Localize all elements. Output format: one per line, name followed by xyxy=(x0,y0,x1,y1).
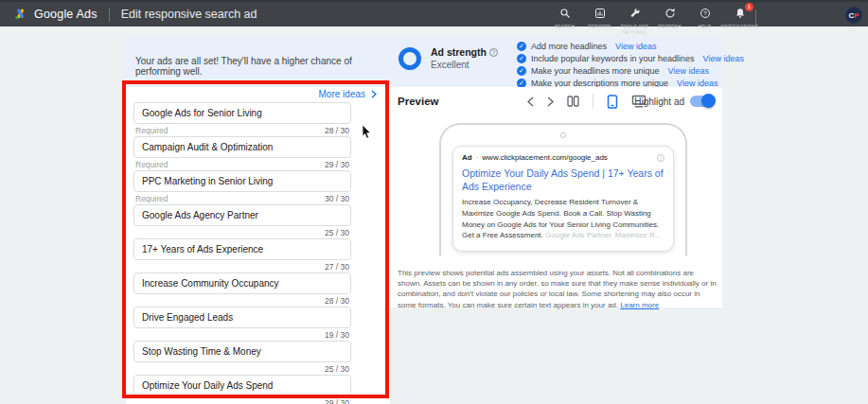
headline-field-row: 29 / 30 xyxy=(133,375,351,404)
checkmark-icon: ✓ xyxy=(517,66,526,76)
headline-input[interactable] xyxy=(133,307,351,328)
suggestion-text: Make your descriptions more unique xyxy=(531,79,668,88)
phone-camera-icon xyxy=(560,132,566,138)
suggestion-text: Include popular keywords in your headlin… xyxy=(531,54,695,63)
field-helper-text: Required xyxy=(135,160,168,169)
ad-display-url: www.clickplacement.com/google_ads xyxy=(482,153,608,162)
headline-field-row: Required 28 / 30 xyxy=(133,102,351,136)
topbar-nav-label: Tools and Settings xyxy=(617,25,652,36)
headline-fields-list: Required 28 / 30 Required 29 / 30 Requir… xyxy=(133,102,351,404)
preview-disclaimer: This preview shows potential ads assembl… xyxy=(398,268,717,310)
more-ideas-label: More ideas xyxy=(319,89,365,99)
mobile-preview-button[interactable] xyxy=(607,95,618,109)
topbar-nav: Search Reports Tools and Settings Refres… xyxy=(547,2,757,28)
view-ideas-link[interactable]: View ideas xyxy=(677,79,717,88)
suggestion-text: Make your headlines more unique xyxy=(531,66,660,76)
chevron-right-icon xyxy=(371,90,377,98)
field-helper-text: Required xyxy=(135,194,168,203)
suggestion-row: ✓ Include popular keywords in your headl… xyxy=(517,52,744,64)
topbar-divider xyxy=(109,8,110,22)
info-icon[interactable]: i xyxy=(657,154,664,162)
ads-all-set-message: Your ads are all set! They'll have a hig… xyxy=(135,56,391,77)
view-ideas-link[interactable]: View ideas xyxy=(615,42,656,51)
phone-mockup: Ad · www.clickplacement.com/google_ads i… xyxy=(439,123,687,255)
ad-strength-label: Ad strength xyxy=(431,46,487,58)
search-icon xyxy=(559,6,571,23)
help-circle-icon[interactable]: ? xyxy=(489,48,498,57)
previous-ad-button[interactable] xyxy=(527,97,534,107)
headline-input[interactable] xyxy=(133,170,351,192)
character-counter: 19 / 30 xyxy=(325,330,349,340)
disclaimer-text: This preview shows potential ads assembl… xyxy=(398,269,717,309)
headline-input[interactable] xyxy=(133,272,351,294)
headline-input[interactable] xyxy=(133,238,351,260)
topbar-nav-label: Reports xyxy=(588,25,611,30)
headline-field-row: 25 / 30 xyxy=(133,204,351,238)
topbar-nav-item[interactable]: Search xyxy=(547,2,582,30)
character-counter: 25 / 30 xyxy=(325,228,349,237)
page-title: Edit responsive search ad xyxy=(121,8,257,21)
ad-strength-banner: Your ads are all set! They'll have a hig… xyxy=(126,36,722,87)
headline-input[interactable] xyxy=(133,341,351,362)
topbar-nav-item[interactable]: Refresh xyxy=(652,2,687,30)
notifications-icon xyxy=(735,6,746,23)
ad-strength-ring-icon xyxy=(399,47,421,70)
highlight-ad-label: Highlight ad xyxy=(634,97,684,107)
topbar-nav-label: Notifications xyxy=(721,25,759,30)
headline-field-row: 19 / 30 xyxy=(133,307,351,341)
view-ideas-link[interactable]: View ideas xyxy=(703,54,744,63)
ad-strength-indicator: Ad strength ? Excellent xyxy=(399,46,498,70)
character-counter: 25 / 30 xyxy=(325,364,349,374)
headline-editor-panel: More ideas Required 28 / 30 Required 29 … xyxy=(126,87,390,404)
topbar-nav-item[interactable]: Reports xyxy=(582,2,617,30)
next-ad-button[interactable] xyxy=(547,97,554,107)
google-ads-brand: Google Ads xyxy=(0,8,97,21)
topbar-nav-item[interactable]: ? Help xyxy=(687,2,722,30)
avatar[interactable]: CP xyxy=(845,7,862,24)
headline-field-row: 25 / 30 xyxy=(133,341,351,375)
headline-field-row: Required 29 / 30 xyxy=(133,136,351,170)
headline-field-row: Required 30 / 30 xyxy=(133,170,351,204)
help-icon: ? xyxy=(700,6,711,23)
headline-field-row: 28 / 30 xyxy=(133,272,351,307)
ad-description-truncated: Google Ads Partner. Maximize R... xyxy=(545,231,661,239)
ad-strength-value: Excellent xyxy=(431,60,498,70)
avatar-initial-2: P xyxy=(854,11,859,20)
view-ideas-link[interactable]: View ideas xyxy=(668,66,709,76)
checkmark-icon: ✓ xyxy=(517,79,526,88)
suggestions-list: ✓ Add more headlines View ideas ✓ Includ… xyxy=(517,40,744,89)
reports-icon xyxy=(594,6,606,23)
character-counter: 29 / 30 xyxy=(325,160,349,169)
topbar-separator xyxy=(755,9,756,25)
headline-input[interactable] xyxy=(133,204,351,226)
more-ideas-link[interactable]: More ideas xyxy=(319,89,377,99)
character-counter: 27 / 30 xyxy=(325,262,349,272)
ad-separator: · xyxy=(476,153,479,162)
tools-icon xyxy=(629,6,641,23)
google-ads-logo-icon xyxy=(13,8,27,21)
preview-panel: Preview Highlight ad xyxy=(390,87,722,307)
headline-input[interactable] xyxy=(133,375,351,396)
ad-description: Increase Occupancy, Decrease Resident Tu… xyxy=(462,197,664,240)
ad-headline[interactable]: Optimize Your Daily Ads Spend | 17+ Year… xyxy=(462,167,664,193)
headline-input[interactable] xyxy=(133,136,351,158)
learn-more-link[interactable]: Learn more xyxy=(620,301,659,309)
notification-badge: 1 xyxy=(745,3,753,11)
checkmark-icon: ✓ xyxy=(517,54,526,63)
suggestion-row: ✓ Add more headlines View ideas xyxy=(517,40,744,52)
character-counter: 28 / 30 xyxy=(325,296,349,306)
topbar-nav-label: Help xyxy=(699,25,711,30)
character-counter: 30 / 30 xyxy=(325,194,349,203)
ad-badge: Ad xyxy=(462,153,472,162)
topbar-nav-label: Search xyxy=(555,25,575,30)
grid-view-icon[interactable] xyxy=(567,96,579,107)
field-helper-text: Required xyxy=(135,126,168,135)
character-counter: 29 / 30 xyxy=(325,398,349,404)
topbar-nav-label: Refresh xyxy=(658,25,681,30)
topbar-nav-item[interactable]: Tools and Settings xyxy=(617,2,652,36)
headline-input[interactable] xyxy=(133,102,351,124)
controls-divider xyxy=(593,94,593,109)
highlight-ad-toggle[interactable] xyxy=(690,96,715,107)
topbar: Google Ads Edit responsive search ad Sea… xyxy=(0,0,868,26)
topbar-nav-item[interactable]: Notifications 1 xyxy=(722,2,757,30)
